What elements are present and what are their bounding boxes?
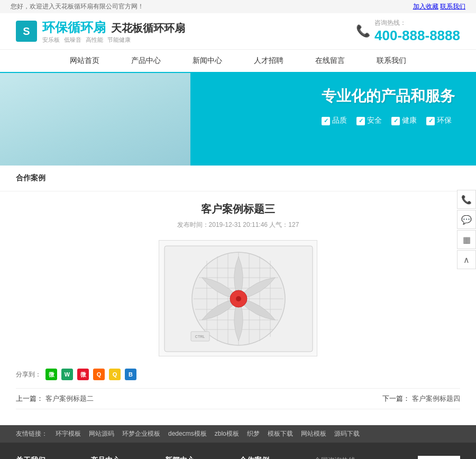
footer-link-label: 友情链接： [16,429,48,438]
qr-code [418,456,460,459]
header: S 环保循环扇 天花板循环环扇 安乐板 低噪音 高性能 节能健康 📞 咨询热线：… [0,13,476,50]
prev-text[interactable]: 客户案例标题二 [45,394,94,402]
share-weixin[interactable]: 微 [45,369,57,380]
hotline-label: 全国咨询热线 [314,456,402,459]
side-chat-btn[interactable]: 💬 [457,210,476,229]
article-meta: 发布时间：2019-12-31 20:11:46 人气：127 [16,221,460,229]
footer-col-products: 产品中心 轻薄系列 通用壁挂系列 超大风系列 [90,456,149,459]
footer-col-about-title: 关于我们 [16,456,75,459]
footer-col-hotline: 全国咨询热线 400-888-8888 邮箱：admin@admin.com 手… [314,456,402,459]
footer-col-cases-title: 合作案例 [240,456,298,459]
side-top-icon: ∧ [463,255,470,265]
nav-products[interactable]: 产品中心 [115,50,177,72]
share-qq[interactable]: Q [93,369,105,380]
fan-svg: CTRL [159,240,317,356]
article-title: 客户案例标题三 [16,202,460,216]
nav-contact[interactable]: 联系我们 [361,50,422,72]
side-buttons: 📞 💬 ▦ ∧ [457,190,476,269]
banner: 专业化的产品和服务 ✓品质 ✓安全 ✓健康 ✓环保 [0,73,476,166]
breadcrumb: 合作案例 [0,166,476,191]
logo-slogan: 安乐板 低噪音 高性能 节能健康 [42,36,185,44]
join-link[interactable]: 加入收藏 [413,3,438,10]
footer-link-7[interactable]: 模板下载 [268,429,293,438]
footer-links: 友情链接： 环宇模板 网站源码 环梦企业模板 dedecms模板 zblo模板 … [0,425,476,443]
top-actions: 加入收藏 联系我们 [413,2,465,11]
logo-icon: S [16,21,37,42]
phone-icon: 📞 [356,24,370,38]
footer-col-cases: 合作案例 [240,456,298,459]
next-label: 下一篇： [382,394,410,402]
breadcrumb-label: 合作案例 [16,173,45,182]
footer-link-5[interactable]: zblo模板 [215,429,239,438]
product-name: 天花板循环环扇 [111,21,185,35]
nav-message[interactable]: 在线留言 [299,50,361,72]
footer-link-3[interactable]: 环梦企业模板 [122,429,160,438]
share-label: 分享到： [16,370,41,379]
side-phone-icon: 📞 [461,195,472,205]
side-qr-btn[interactable]: ▦ [457,230,476,249]
article-image: CTRL [16,240,460,358]
side-chat-icon: 💬 [461,215,472,225]
footer-col-news: 新闻中心 公司新闻 行业动态 常见问题 [165,456,224,459]
nav-news[interactable]: 新闻中心 [177,50,238,72]
share-other[interactable]: B [125,369,136,380]
contact-link[interactable]: 联系我们 [440,3,465,10]
main-nav: 网站首页 产品中心 新闻中心 人才招聘 在线留言 联系我们 [0,50,476,73]
footer-link-9[interactable]: 源码下载 [334,429,360,438]
side-top-btn[interactable]: ∧ [457,250,476,269]
brand-name: 环保循环扇 [42,19,106,36]
footer-link-6[interactable]: 织梦 [247,429,260,438]
prev-label: 上一篇： [16,394,43,402]
footer-link-4[interactable]: dedecms模板 [168,429,207,438]
share-weixin2[interactable]: W [61,369,73,380]
banner-text: 专业化的产品和服务 ✓品质 ✓安全 ✓健康 ✓环保 [322,86,455,125]
share-weibo[interactable]: 微 [77,369,89,380]
phone-number: 400-888-8888 [374,27,460,44]
article-pagination: 上一篇： 客户案例标题二 下一篇： 客户案例标题四 [16,388,460,409]
nav-recruit[interactable]: 人才招聘 [238,50,299,72]
svg-point-17 [236,296,241,301]
share-row: 分享到： 微 W 微 Q Q B [16,369,460,380]
side-qr-icon: ▦ [463,235,471,245]
banner-title: 专业化的产品和服务 [322,86,455,106]
share-qzone[interactable]: Q [109,369,121,380]
top-bar: 您好，欢迎进入天花板循环扇有限公司官方网！ 加入收藏 联系我们 [0,0,476,13]
content-area: 客户案例标题三 发布时间：2019-12-31 20:11:46 人气：127 [0,191,476,425]
footer-link-8[interactable]: 网站模板 [301,429,326,438]
footer-qr-area: 微信扫码关注 官方微信 [418,456,460,459]
phone-label: 咨询热线： [374,19,460,27]
svg-text:CTRL: CTRL [195,335,205,338]
footer-col-about: 关于我们 企业宣传 企业简介 公司荣誉 [16,456,75,459]
top-notice: 您好，欢迎进入天花板循环扇有限公司官方网！ [11,2,144,11]
logo-area: S 环保循环扇 天花板循环环扇 安乐板 低噪音 高性能 节能健康 [16,19,185,44]
next-text[interactable]: 客户案例标题四 [412,394,460,402]
prev-link[interactable]: 上一篇： 客户案例标题二 [16,394,94,403]
side-phone-btn[interactable]: 📞 [457,190,476,209]
nav-home[interactable]: 网站首页 [54,50,115,72]
footer-col-products-title: 产品中心 [90,456,149,459]
next-link[interactable]: 下一篇： 客户案例标题四 [382,394,460,403]
footer-link-2[interactable]: 网站源码 [89,429,114,438]
footer-link-1[interactable]: 环宇模板 [56,429,81,438]
banner-features: ✓品质 ✓安全 ✓健康 ✓环保 [322,116,455,125]
footer-columns: 关于我们 企业宣传 企业简介 公司荣誉 产品中心 轻薄系列 通用壁挂系列 超大风… [16,456,460,459]
logo-combined: 环保循环扇 天花板循环环扇 安乐板 低噪音 高性能 节能健康 [42,19,185,44]
footer-col-news-title: 新闻中心 [165,456,224,459]
footer-main: 关于我们 企业宣传 企业简介 公司荣誉 产品中心 轻薄系列 通用壁挂系列 超大风… [0,443,476,459]
phone-area: 📞 咨询热线： 400-888-8888 [356,19,460,44]
